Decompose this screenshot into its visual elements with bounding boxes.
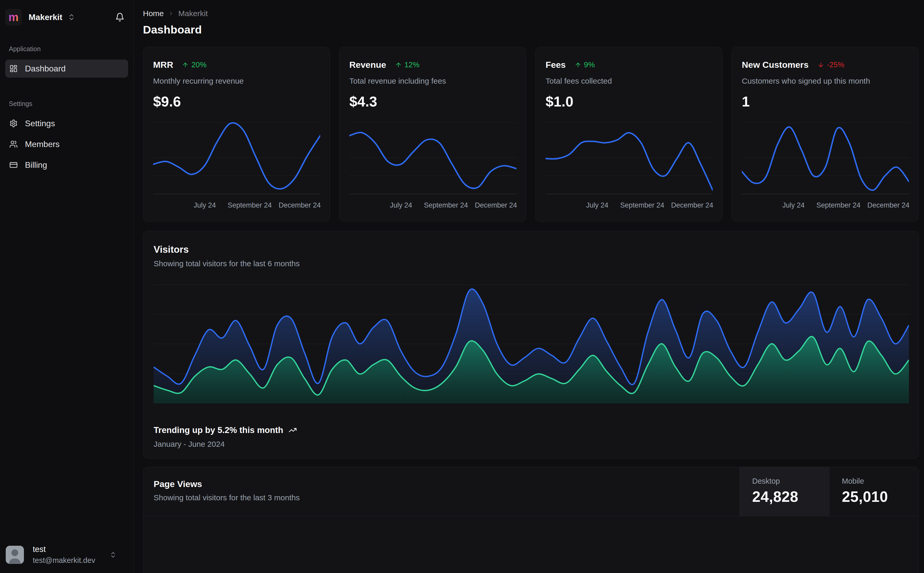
sidebar-item-dashboard[interactable]: Dashboard — [5, 59, 128, 78]
workspace-name: Makerkit — [28, 13, 63, 22]
user-menu[interactable]: test test@makerkit.dev — [0, 537, 133, 573]
stat-description: Customers who signed up this month — [742, 77, 908, 85]
sparkline-chart — [546, 117, 712, 195]
sparkline-x-axis: July 24 September 24 December 24 — [349, 199, 516, 210]
x-tick: September 24 — [228, 201, 272, 209]
arrow-up-icon — [395, 61, 402, 68]
user-name: test — [33, 545, 96, 554]
stat-cards-row: MRR 20% Monthly recurring revenue $9.6 — [143, 47, 918, 222]
tab-label: Mobile — [842, 477, 919, 485]
breadcrumb-home-link[interactable]: Home — [143, 9, 164, 18]
stat-card-new-customers: New Customers -25% Customers who signed … — [732, 47, 919, 222]
sidebar-nav: Application Dashboard Settings Settings — [5, 45, 128, 174]
user-avatar — [6, 546, 24, 564]
stat-card-fees: Fees 9% Total fees collected $1.0 — [535, 47, 722, 222]
chevrons-up-down-icon — [110, 551, 117, 559]
tab-label: Desktop — [752, 477, 829, 485]
sparkline-x-axis: July 24 September 24 December 24 — [742, 199, 908, 210]
nav-section-application: Application — [5, 45, 128, 53]
x-tick: July 24 — [782, 201, 805, 209]
arrow-up-icon — [182, 61, 189, 68]
logo-letter: m — [8, 11, 19, 23]
stat-description: Total fees collected — [546, 77, 712, 85]
stat-title: MRR — [153, 60, 173, 70]
users-icon — [9, 140, 18, 148]
sidebar-item-billing[interactable]: Billing — [5, 156, 128, 174]
sparkline-x-axis: July 24 September 24 December 24 — [153, 199, 320, 210]
page-views-card: Page Views Showing total visitors for th… — [143, 467, 919, 573]
x-tick: December 24 — [671, 201, 713, 209]
x-tick: December 24 — [475, 201, 517, 209]
arrow-down-icon — [817, 61, 824, 68]
visitors-card: Visitors Showing total visitors for the … — [143, 231, 919, 459]
nav-spacer — [5, 80, 128, 100]
sidebar-item-label: Dashboard — [25, 64, 66, 74]
nav-section-settings: Settings — [5, 100, 128, 108]
trend-value: 9% — [584, 61, 595, 69]
sidebar-item-label: Billing — [25, 160, 47, 170]
app-root: m Makerkit Application Dashboard Setting… — [0, 0, 924, 573]
sidebar-item-label: Members — [25, 139, 60, 149]
sidebar: m Makerkit Application Dashboard Setting… — [0, 0, 133, 573]
page-views-series-tabs: Desktop 24,828 Mobile 25,010 — [739, 467, 919, 517]
tab-desktop[interactable]: Desktop 24,828 — [739, 467, 829, 517]
breadcrumb: Home Makerkit — [143, 8, 918, 19]
trend-badge: 9% — [575, 61, 595, 69]
visitors-area-chart — [154, 283, 908, 403]
stat-title: Revenue — [349, 60, 386, 70]
stat-value: 1 — [742, 93, 908, 110]
stat-description: Total revenue including fees — [349, 77, 516, 85]
x-tick: September 24 — [424, 201, 468, 209]
visitors-date-range: January - June 2024 — [154, 440, 908, 449]
tab-mobile[interactable]: Mobile 25,010 — [829, 467, 919, 517]
sparkline-chart — [349, 117, 516, 195]
stat-value: $9.6 — [153, 93, 320, 110]
stat-value: $4.3 — [349, 93, 516, 110]
trend-value: 12% — [405, 61, 419, 69]
sparkline-chart — [153, 117, 320, 195]
main-content: Home Makerkit Dashboard MRR 20% Monthly … — [133, 0, 924, 573]
stat-description: Monthly recurring revenue — [153, 77, 320, 85]
sidebar-item-label: Settings — [25, 119, 55, 128]
credit-card-icon — [9, 161, 18, 169]
visitors-title: Visitors — [154, 244, 908, 255]
x-tick: September 24 — [620, 201, 664, 209]
stat-value: $1.0 — [546, 93, 712, 110]
trend-badge: 12% — [395, 61, 419, 69]
page-views-header: Page Views Showing total visitors for th… — [143, 467, 919, 517]
chevrons-up-down-icon[interactable] — [67, 13, 75, 21]
sparkline-chart — [742, 117, 908, 195]
stat-title: New Customers — [742, 60, 809, 70]
stat-card-revenue: Revenue 12% Total revenue including fees… — [339, 47, 526, 222]
page-views-title: Page Views — [154, 479, 739, 489]
x-tick: July 24 — [390, 201, 412, 209]
x-tick: December 24 — [868, 201, 910, 209]
tab-value: 25,010 — [842, 488, 919, 505]
user-email: test@makerkit.dev — [33, 556, 96, 565]
chevron-right-icon — [168, 10, 174, 17]
makerkit-logo[interactable]: m — [5, 9, 22, 25]
user-meta: test test@makerkit.dev — [33, 545, 96, 565]
sidebar-item-settings[interactable]: Settings — [5, 114, 128, 133]
page-views-subtitle: Showing total visitors for the last 3 mo… — [154, 493, 739, 502]
trend-badge: -25% — [817, 61, 844, 69]
page-views-bar-chart — [154, 517, 908, 573]
x-tick: September 24 — [816, 201, 861, 209]
x-tick: December 24 — [279, 201, 321, 209]
x-tick: July 24 — [586, 201, 609, 209]
arrow-up-icon — [575, 61, 581, 68]
trend-value: -25% — [827, 61, 844, 69]
trend-value: 20% — [191, 61, 206, 69]
bell-icon[interactable] — [115, 13, 124, 22]
x-tick: July 24 — [194, 201, 216, 209]
tab-value: 24,828 — [752, 488, 829, 505]
workspace-row: m Makerkit — [5, 6, 128, 28]
breadcrumb-current: Makerkit — [178, 9, 208, 18]
trend-badge: 20% — [182, 61, 206, 69]
gear-icon — [9, 119, 18, 128]
trend-text: Trending up by 5.2% this month — [154, 425, 283, 435]
trending-up-icon — [289, 426, 297, 434]
stat-title: Fees — [546, 60, 566, 70]
dashboard-grid-icon — [9, 64, 18, 73]
sidebar-item-members[interactable]: Members — [5, 135, 128, 153]
